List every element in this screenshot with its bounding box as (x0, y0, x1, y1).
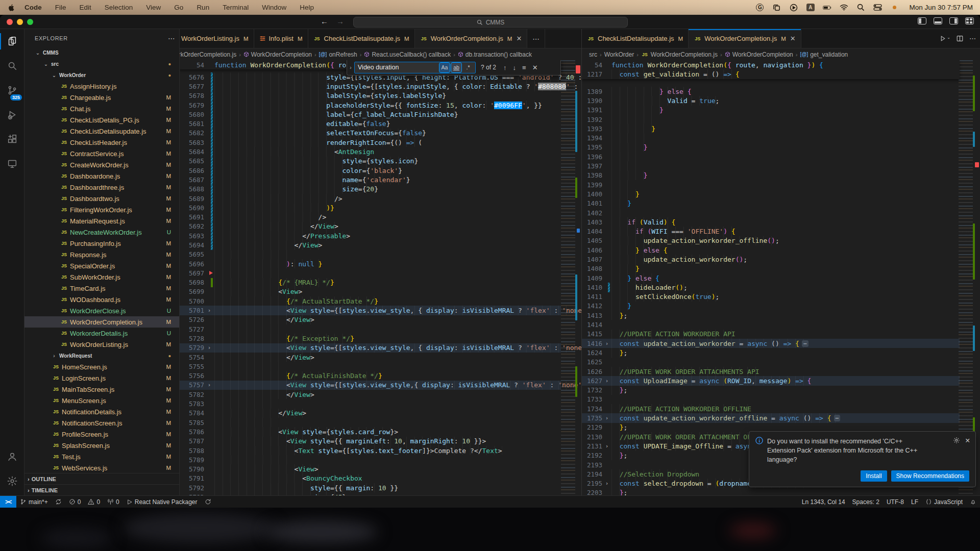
code-line[interactable]: 1407update_action_workorder(); (582, 255, 960, 264)
tree-file-workorderdetalis-js[interactable]: JSWorkorderDetalis.jsU (24, 328, 179, 339)
code-line[interactable]: 5757›<View style={[styles.view_style,{ d… (180, 381, 561, 390)
code-line[interactable]: 1625 (582, 358, 960, 367)
code-line[interactable]: 5790<View> (180, 464, 561, 473)
fold-chevron-icon[interactable]: › (208, 308, 211, 313)
tree-file-checklistdetalis_pg-js[interactable]: JSCheckListDetalis_PG.jsM (24, 114, 179, 126)
menu-item-window[interactable]: Window (262, 4, 286, 11)
code-line[interactable]: 1413}; (582, 311, 960, 320)
tree-file-webservices-js[interactable]: JSWebServices.jsM (24, 462, 179, 472)
code-line[interactable]: 5688size={20} (180, 185, 561, 194)
code-line[interactable]: 5685style={styles.icon} (180, 157, 561, 166)
tree-file-notificationscreen-js[interactable]: JSNotificationScreen.jsM (24, 417, 179, 429)
code-line[interactable]: 5698{/* {MRAL} */} (180, 278, 561, 287)
whole-word-icon[interactable]: ab (451, 63, 461, 72)
find-input[interactable]: Video duration Aa ab .* (354, 62, 476, 73)
tree-file-dashboardtwo-js[interactable]: JSDashboardtwo.jsM (24, 193, 179, 204)
tab-close-icon[interactable]: ✕ (790, 35, 796, 42)
editor-tab-workordercompletion-js[interactable]: JSWorkOrderCompletion.jsM✕ (415, 29, 528, 48)
toggle-replace-icon[interactable]: › (347, 65, 354, 70)
breadcrumb-item[interactable]: React.useCallback() callback (364, 51, 451, 58)
code-line[interactable]: 5729›<View style={[styles.view_style, { … (180, 343, 561, 353)
tree-file-filteringworkorder-js[interactable]: JSFilteringWorkOrder.jsM (24, 204, 179, 215)
play-circle-icon[interactable] (789, 4, 798, 11)
sidebar-section-timeline[interactable]: ›TIMELINE (24, 484, 179, 495)
fold-chevron-icon[interactable]: › (208, 345, 211, 350)
code-line[interactable]: 1403if (Valid) { (582, 217, 960, 227)
notification-settings-gear-icon[interactable] (953, 437, 960, 464)
code-line[interactable]: 5700{/* ActualStartDate */} (180, 296, 561, 306)
code-line[interactable]: 1401} (582, 199, 960, 208)
fold-chevron-icon[interactable]: › (605, 481, 608, 486)
code-line[interactable]: 5677inputStyle={[styles.inputStyle, { co… (180, 82, 561, 91)
tree-file-profilescreen-js[interactable]: JSProfileScreen.jsM (24, 429, 179, 440)
activity-source-control[interactable]: 325 (0, 78, 24, 103)
fold-chevron-icon[interactable]: › (605, 415, 608, 421)
editor-tab-workorderlisting-js[interactable]: JSWorkOrderListing.jsM (180, 29, 254, 48)
tree-file-timecard-js[interactable]: JSTimeCard.jsM (24, 283, 179, 294)
code-line[interactable]: 5686color={'black'} (180, 166, 561, 175)
code-line[interactable]: 5682selectTextOnFocus={false} (180, 129, 561, 138)
tree-file-loginscreen-js[interactable]: JSLoginScreen.jsM (24, 372, 179, 384)
more-actions-icon[interactable]: ⋯ (969, 35, 976, 42)
tree-file-newcreateworkorder-js[interactable]: JSNewCreateWorkOrder.jsU (24, 227, 179, 238)
tree-folder-src[interactable]: ⌄src• (24, 58, 179, 69)
code-line[interactable]: 5791<BouncyCheckbox (180, 474, 561, 483)
code-line[interactable]: 1410hideLoader(); (582, 283, 960, 292)
tree-file-notificationdetails-js[interactable]: JSNotificationDetails.jsM (24, 406, 179, 417)
menu-item-run[interactable]: Run (197, 4, 209, 11)
code-line[interactable]: 1416›const update_action_workorder = asy… (582, 339, 960, 348)
tree-file-test-js[interactable]: JSTest.jsM (24, 451, 179, 462)
statusbar-git-branch[interactable]: main*+ (16, 496, 52, 508)
menu-item-selection[interactable]: Selection (105, 4, 133, 11)
tree-file-menuscreen-js[interactable]: JSMenuScreen.jsM (24, 395, 179, 406)
code-line[interactable]: 1408} (582, 264, 960, 273)
statusbar-errors[interactable]: 0 (65, 496, 85, 508)
code-line[interactable]: 1390Valid = true; (582, 96, 960, 105)
activity-explorer[interactable] (0, 29, 24, 54)
fold-chevron-icon[interactable]: › (605, 341, 608, 346)
find-in-selection-icon[interactable]: ≡ (522, 64, 526, 71)
run-file-icon[interactable]: ⌄ (940, 35, 950, 42)
code-line[interactable]: 5699<View> (180, 287, 561, 296)
code-line[interactable]: 5691/> (180, 212, 561, 221)
find-close-icon[interactable]: ✕ (532, 64, 538, 71)
toggle-panel-icon[interactable] (934, 17, 942, 24)
code-line[interactable]: 5789 (180, 455, 561, 464)
statusbar-indentation[interactable]: Spaces: 2 (849, 496, 883, 508)
tree-file-dashboardthree-js[interactable]: JSDashboardthree.jsM (24, 182, 179, 193)
editor-tab-info-plist[interactable]: Info.plistM (254, 29, 308, 48)
code-line[interactable]: 1735›const update_action_workorder_offli… (582, 413, 960, 422)
tree-file-assignhistory-js[interactable]: JSAssignHistory.js (24, 81, 179, 92)
customize-layout-icon[interactable] (965, 17, 974, 24)
spotlight-search-icon[interactable] (856, 4, 865, 11)
code-line[interactable]: 5689/> (180, 194, 561, 203)
tree-file-workorderclose-js[interactable]: JSWorkOrderClose.jsU (24, 305, 179, 316)
nav-back-icon[interactable]: ← (321, 17, 328, 26)
breadcrumb-item[interactable]: src (589, 51, 597, 58)
tree-file-maintabscreen-js[interactable]: JSMainTabScreen.jsM (24, 384, 179, 395)
minimap-group-1[interactable] (561, 60, 575, 495)
code-line[interactable]: 5726</View> (180, 315, 561, 324)
code-line[interactable]: 1397 (582, 161, 960, 170)
tree-file-checklistdetalisupdate-js[interactable]: JSCheckListDetalisupdate.jsM (24, 126, 179, 137)
menu-item-edit[interactable]: Edit (80, 4, 91, 11)
code-line[interactable]: 1733 (582, 395, 960, 404)
breadcrumb-item[interactable]: WorkOrderCompletion (725, 51, 793, 58)
breadcrumbs-group-1[interactable]: WorkOrderCompletion.js›WorkOrderCompleti… (180, 48, 581, 60)
menu-item-go[interactable]: Go (174, 4, 183, 11)
close-traffic-light[interactable] (7, 19, 13, 25)
tab-overflow-icon[interactable]: ⋯ (527, 29, 545, 48)
zoom-traffic-light[interactable] (27, 19, 33, 25)
code-line[interactable]: 5784</View> (180, 409, 561, 418)
breadcrumb-item[interactable]: [@]get_validation (800, 51, 848, 58)
statusbar-task[interactable]: React Native Packager (123, 496, 201, 508)
statusbar-eol[interactable]: LF (908, 496, 922, 508)
code-line[interactable]: 1217const get_validation = () => { (582, 69, 960, 79)
minimap-group-2[interactable] (959, 60, 973, 495)
tree-file-response-js[interactable]: JSResponse.jsM (24, 249, 179, 260)
code-line[interactable]: 5755 (180, 362, 561, 371)
breadcrumb-item[interactable]: db.transaction() callback (458, 51, 532, 58)
statusbar-language-mode[interactable]: JavaScript (922, 496, 966, 508)
code-line[interactable]: 5694</View> (180, 240, 561, 249)
menu-item-code[interactable]: Code (24, 4, 42, 11)
